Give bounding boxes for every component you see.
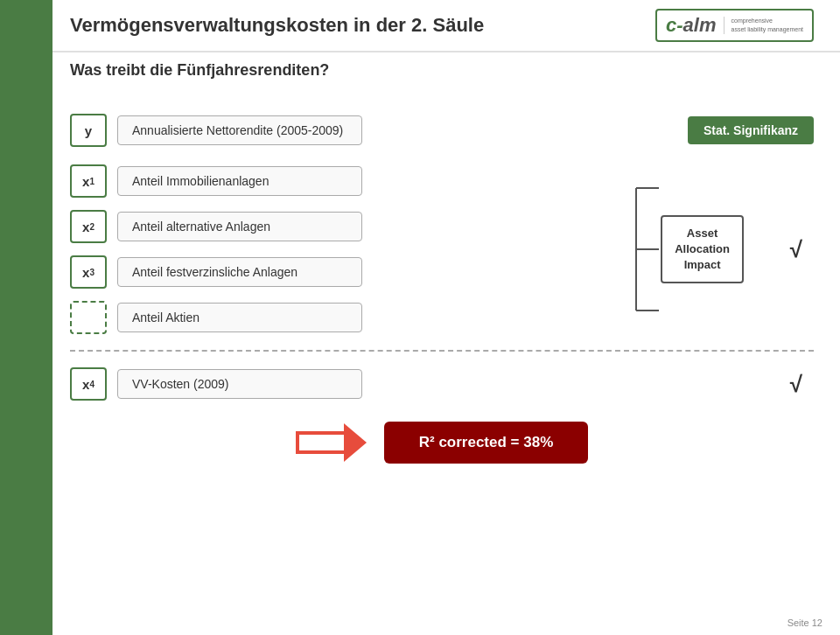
x4-sub: 4 — [89, 380, 94, 389]
check-x1: √ — [779, 236, 814, 263]
x2-box: x2 — [70, 210, 107, 243]
x3-box: x3 — [70, 255, 107, 289]
arrow-icon — [296, 423, 367, 462]
divider — [70, 350, 814, 352]
x2-sub: 2 — [89, 222, 94, 232]
bracket-svg — [634, 179, 661, 319]
r2-row: R² corrected = 38% — [70, 422, 814, 464]
x3-row: x3 Anteil festverzinsliche Anlagen — [70, 255, 627, 289]
x3-label: Anteil festverzinsliche Anlagen — [117, 257, 362, 287]
x2-row: x2 Anteil alternative Anlagen — [70, 210, 627, 243]
y-variable-box: y — [70, 114, 107, 147]
asset-allocation-box: Asset Allocation Impact — [661, 215, 744, 284]
r2-box: R² corrected = 38% — [384, 422, 589, 464]
x1-sub: 1 — [89, 177, 94, 186]
logo: c-alm comprehensive asset liability mana… — [655, 9, 814, 42]
arrow-triangle — [344, 423, 367, 462]
logo-tagline: comprehensive asset liability management — [724, 17, 804, 34]
x2-label: Anteil alternative Anlagen — [117, 212, 362, 241]
y-label: Annualisierte Nettorendite (2005-2009) — [117, 115, 362, 145]
stat-sig-box: Stat. Signifikanz — [688, 116, 814, 144]
logo-text: c-alm — [666, 14, 717, 37]
subtitle: Was treibt die Fünfjahresrenditen? — [70, 61, 329, 80]
arrow-rect — [296, 431, 344, 454]
header: Vermögensverwaltungskosten in der 2. Säu… — [52, 0, 840, 52]
x4-box: x4 — [70, 367, 107, 401]
check-x4: √ — [779, 371, 814, 398]
aktien-row: Anteil Aktien — [70, 301, 627, 334]
aktien-box — [70, 301, 107, 334]
logo-c: c — [666, 14, 676, 36]
logo-dash: - — [676, 14, 682, 36]
x4-label: VV-Kosten (2009) — [117, 369, 362, 399]
page-number: Seite 12 — [788, 618, 822, 628]
x1-row: x1 Anteil Immobilienanlagen — [70, 164, 627, 198]
sidebar — [0, 0, 52, 635]
x4-row: x4 VV-Kosten (2009) √ — [70, 367, 814, 401]
bracket-connector — [634, 179, 661, 319]
x1-label: Anteil Immobilienanlagen — [117, 166, 362, 196]
x3-sub: 3 — [89, 268, 94, 277]
variables-section: x1 Anteil Immobilienanlagen x2 Anteil al… — [70, 164, 627, 334]
logo-alm: alm — [683, 14, 717, 36]
page-title: Vermögensverwaltungskosten in der 2. Säu… — [70, 14, 484, 37]
main-content: y Annualisierte Nettorendite (2005-2009)… — [52, 96, 840, 609]
y-row: y Annualisierte Nettorendite (2005-2009)… — [70, 114, 814, 147]
aktien-label: Anteil Aktien — [117, 303, 362, 332]
x1-box: x1 — [70, 164, 107, 198]
